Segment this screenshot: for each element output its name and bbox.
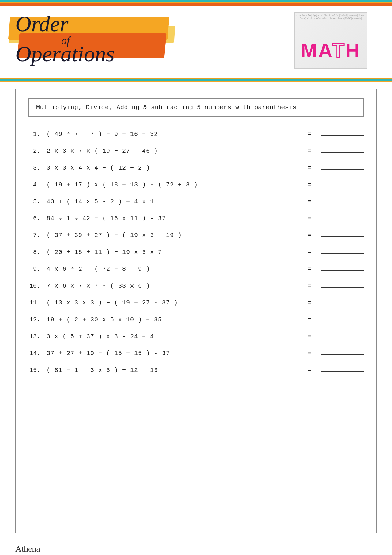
problem-equation-1: ( 49 ÷ 7 - 7 ) ÷ 9 ÷ 16 ÷ 32 bbox=[47, 131, 294, 138]
title-order: Order bbox=[15, 13, 115, 35]
problem-number-8: 8. bbox=[28, 249, 47, 256]
problem-equation-9: 4 x 6 ÷ 2 - ( 72 ÷ 8 - 9 ) bbox=[47, 266, 294, 273]
problem-number-11: 11. bbox=[28, 299, 47, 306]
math-logo-inner: 4x² + 3x² = 7x² | ∫f(x)dx | √169=13 | π≈… bbox=[295, 13, 367, 68]
title-operations: Operations bbox=[15, 43, 115, 65]
problem-equals-sign-13: = bbox=[300, 333, 318, 340]
problem-equation-4: ( 19 + 17 ) x ( 18 + 13 ) - ( 72 ÷ 3 ) bbox=[47, 181, 294, 188]
problem-number-14: 14. bbox=[28, 350, 47, 357]
problem-number-2: 2. bbox=[28, 147, 47, 155]
subtitle-text: Multiplying, Divide, Adding & subtractin… bbox=[36, 104, 296, 111]
problem-equals-sign-7: = bbox=[300, 232, 318, 239]
problem-row: 12.19 + ( 2 + 30 x 5 x 10 ) + 35= bbox=[28, 311, 364, 328]
problem-number-1: 1. bbox=[28, 131, 47, 138]
problem-blank-6[interactable] bbox=[321, 220, 364, 220]
problem-equation-14: 37 + 27 + 10 + ( 15 + 15 ) - 37 bbox=[47, 350, 294, 357]
problem-equation-6: 84 ÷ 1 ÷ 42 + ( 16 x 11 ) - 37 bbox=[47, 215, 294, 222]
math-t: T bbox=[332, 40, 345, 62]
problem-number-7: 7. bbox=[28, 232, 47, 239]
problem-row: 13.3 x ( 5 + 37 ) x 3 - 24 ÷ 4= bbox=[28, 328, 364, 345]
math-a: A bbox=[318, 40, 332, 62]
problem-blank-10[interactable] bbox=[321, 287, 364, 288]
math-h: H bbox=[345, 40, 361, 62]
problem-number-6: 6. bbox=[28, 215, 47, 222]
problem-blank-4[interactable] bbox=[321, 186, 364, 186]
problem-row: 14.37 + 27 + 10 + ( 15 + 15 ) - 37= bbox=[28, 345, 364, 362]
problem-equals-sign-4: = bbox=[300, 181, 318, 188]
problem-equals-sign-10: = bbox=[300, 282, 318, 289]
problem-blank-13[interactable] bbox=[321, 338, 364, 338]
problem-equation-5: 43 + ( 14 x 5 - 2 ) ÷ 4 x 1 bbox=[47, 198, 294, 205]
problem-row: 11.( 13 x 3 x 3 ) ÷ ( 19 + 27 - 37 )= bbox=[28, 294, 364, 311]
problem-blank-7[interactable] bbox=[321, 236, 364, 237]
footer-area: Athena bbox=[0, 542, 392, 555]
title-text: Order of Operations bbox=[15, 13, 115, 65]
subtitle-box: Multiplying, Divide, Adding & subtractin… bbox=[28, 98, 364, 117]
problem-blank-1[interactable] bbox=[321, 135, 364, 136]
problem-number-9: 9. bbox=[28, 266, 47, 273]
math-text: MATH bbox=[301, 39, 361, 62]
problem-blank-2[interactable] bbox=[321, 152, 364, 153]
problem-equals-sign-12: = bbox=[300, 316, 318, 323]
problem-number-3: 3. bbox=[28, 164, 47, 171]
problem-blank-12[interactable] bbox=[321, 321, 364, 321]
problem-number-12: 12. bbox=[28, 316, 47, 323]
problem-row: 10.7 x 6 x 7 x 7 - ( 33 x 6 )= bbox=[28, 278, 364, 294]
problem-number-15: 15. bbox=[28, 367, 47, 374]
problem-blank-8[interactable] bbox=[321, 253, 364, 254]
header: Order of Operations 4x² + 3x² = 7x² | ∫f… bbox=[0, 6, 392, 79]
problem-blank-3[interactable] bbox=[321, 169, 364, 170]
problem-equals-sign-11: = bbox=[300, 299, 318, 306]
problem-row: 3.3 x 3 x 4 x 4 ÷ ( 12 ÷ 2 )= bbox=[28, 159, 364, 176]
main-content: Multiplying, Divide, Adding & subtractin… bbox=[15, 89, 377, 533]
problem-equals-sign-8: = bbox=[300, 249, 318, 256]
problem-equals-sign-3: = bbox=[300, 164, 318, 171]
header-orange-stripe bbox=[0, 81, 392, 82]
problem-blank-11[interactable] bbox=[321, 304, 364, 304]
problem-row: 5.43 + ( 14 x 5 - 2 ) ÷ 4 x 1= bbox=[28, 193, 364, 210]
problem-equation-11: ( 13 x 3 x 3 ) ÷ ( 19 + 27 - 37 ) bbox=[47, 299, 294, 306]
problem-equation-10: 7 x 6 x 7 x 7 - ( 33 x 6 ) bbox=[47, 282, 294, 289]
problem-row: 1.( 49 ÷ 7 - 7 ) ÷ 9 ÷ 16 ÷ 32= bbox=[28, 126, 364, 143]
problem-equation-13: 3 x ( 5 + 37 ) x 3 - 24 ÷ 4 bbox=[47, 333, 294, 340]
problem-equation-8: ( 20 + 15 + 11 ) + 19 x 3 x 7 bbox=[47, 249, 294, 256]
problem-blank-9[interactable] bbox=[321, 270, 364, 271]
problem-row: 2.2 x 3 x 7 x ( 19 + 27 - 46 )= bbox=[28, 143, 364, 159]
problem-row: 15.( 81 ÷ 1 - 3 x 3 ) + 12 - 13= bbox=[28, 362, 364, 379]
problem-row: 7.( 37 + 39 + 27 ) + ( 19 x 3 ÷ 19 )= bbox=[28, 227, 364, 244]
problem-equals-sign-5: = bbox=[300, 198, 318, 205]
problem-blank-15[interactable] bbox=[321, 371, 364, 372]
problem-blank-5[interactable] bbox=[321, 203, 364, 203]
problem-equals-sign-2: = bbox=[300, 147, 318, 155]
problem-equals-sign-6: = bbox=[300, 215, 318, 222]
banner-container: Order of Operations bbox=[9, 10, 181, 75]
problem-blank-14[interactable] bbox=[321, 354, 364, 355]
math-m: M bbox=[301, 40, 318, 62]
problem-equals-sign-14: = bbox=[300, 350, 318, 357]
problem-number-10: 10. bbox=[28, 282, 47, 289]
math-squiggles: 4x² + 3x² = 7x² | ∫f(x)dx | √169=13 | π≈… bbox=[296, 14, 365, 39]
problem-equation-2: 2 x 3 x 7 x ( 19 + 27 - 46 ) bbox=[47, 147, 294, 155]
problem-equation-15: ( 81 ÷ 1 - 3 x 3 ) + 12 - 13 bbox=[47, 367, 294, 374]
problem-number-4: 4. bbox=[28, 181, 47, 188]
problem-row: 9.4 x 6 ÷ 2 - ( 72 ÷ 8 - 9 )= bbox=[28, 261, 364, 278]
top-orange2-stripe bbox=[0, 3, 392, 6]
problem-number-5: 5. bbox=[28, 198, 47, 205]
problem-row: 6.84 ÷ 1 ÷ 42 + ( 16 x 11 ) - 37= bbox=[28, 210, 364, 227]
problem-row: 4.( 19 + 17 ) x ( 18 + 13 ) - ( 72 ÷ 3 )… bbox=[28, 176, 364, 193]
problem-equals-sign-9: = bbox=[300, 266, 318, 273]
signature: Athena bbox=[15, 544, 377, 554]
problem-number-13: 13. bbox=[28, 333, 47, 340]
problem-equals-sign-15: = bbox=[300, 367, 318, 374]
problems-list: 1.( 49 ÷ 7 - 7 ) ÷ 9 ÷ 16 ÷ 32=2.2 x 3 x… bbox=[28, 126, 364, 379]
problem-equation-3: 3 x 3 x 4 x 4 ÷ ( 12 ÷ 2 ) bbox=[47, 164, 294, 171]
problem-equation-12: 19 + ( 2 + 30 x 5 x 10 ) + 35 bbox=[47, 316, 294, 323]
problem-row: 8.( 20 + 15 + 11 ) + 19 x 3 x 7= bbox=[28, 244, 364, 261]
problem-equals-sign-1: = bbox=[300, 131, 318, 138]
math-logo: 4x² + 3x² = 7x² | ∫f(x)dx | √169=13 | π≈… bbox=[294, 12, 368, 69]
problem-equation-7: ( 37 + 39 + 27 ) + ( 19 x 3 ÷ 19 ) bbox=[47, 232, 294, 239]
